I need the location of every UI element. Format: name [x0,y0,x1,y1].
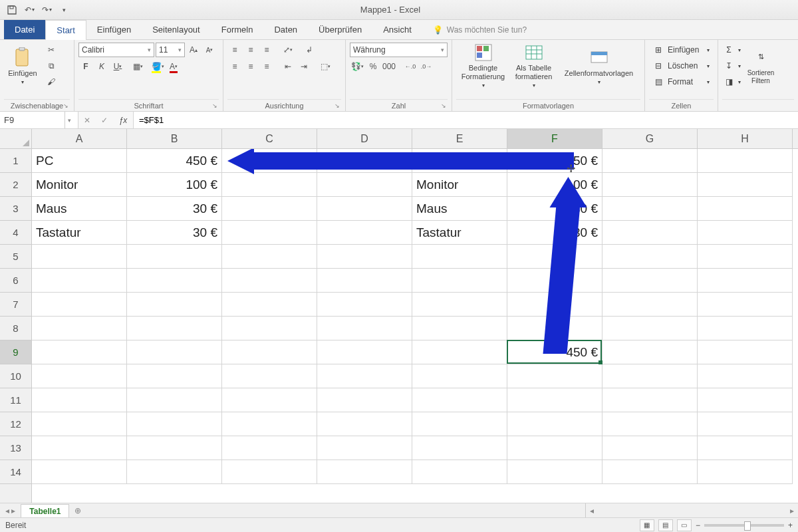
column-header[interactable]: C [222,129,317,148]
column-header[interactable]: G [602,129,698,148]
tab-ansicht[interactable]: Ansicht [372,20,422,39]
dialog-launcher-icon[interactable]: ↘ [212,102,217,109]
zoom-slider[interactable] [704,524,784,527]
fx-icon[interactable]: ƒx [113,116,133,125]
conditional-formatting-button[interactable]: Bedingte Formatierung▾ [458,43,509,89]
dialog-launcher-icon[interactable]: ↘ [334,102,340,109]
formula-input[interactable] [134,112,798,128]
name-box-dropdown-icon[interactable]: ▾ [65,112,74,128]
tab-daten[interactable]: Daten [263,20,308,39]
dialog-launcher-icon[interactable]: ↘ [63,102,68,109]
format-cells-button[interactable]: ▤Format▾ [649,74,714,89]
wrap-text-icon[interactable]: ↲ [302,43,317,57]
row-header[interactable]: 13 [0,436,31,460]
cell[interactable]: 30 € [127,221,222,245]
cancel-formula-icon[interactable]: ✕ [78,112,96,129]
decrease-indent-icon[interactable]: ⇤ [281,59,295,74]
undo-icon[interactable]: ↶▾ [21,2,37,18]
name-box[interactable]: F9 ▾ [0,112,78,128]
number-format-combo[interactable]: Währung▾ [350,43,448,57]
row-header[interactable]: 5 [0,245,31,269]
row-header[interactable]: 11 [0,388,31,412]
zoom-out-icon[interactable]: − [696,521,700,530]
cell[interactable]: Tastatur [32,221,127,245]
cell[interactable]: 30 € [507,221,602,245]
align-center-icon[interactable]: ≡ [243,59,258,74]
tell-me-search[interactable]: 💡 Was möchten Sie tun? [433,20,527,39]
italic-button[interactable]: K [94,59,109,74]
column-header[interactable]: F [507,129,602,148]
row-header[interactable]: 12 [0,412,31,436]
underline-button[interactable]: U▾ [110,59,125,74]
cell[interactable]: 30 € [127,197,222,221]
format-as-table-button[interactable]: Als Tabelle formatieren▾ [509,43,559,89]
tab-einfuegen[interactable]: Einfügen [86,20,142,39]
clear-button[interactable]: ◨▾ [722,74,742,89]
cell[interactable]: Monitor [412,173,507,197]
align-right-icon[interactable]: ≡ [259,59,274,74]
column-header[interactable]: A [32,129,127,148]
row-header[interactable]: 9 [0,340,31,364]
sheet-tab-1[interactable]: Tabelle1 [21,504,69,517]
column-header[interactable]: E [412,129,507,148]
cell[interactable]: 450 € [127,149,222,173]
row-header[interactable]: 14 [0,460,31,484]
align-left-icon[interactable]: ≡ [227,59,242,74]
decrease-font-icon[interactable]: A▾ [202,43,217,57]
font-color-icon[interactable]: A▾ [166,59,181,74]
cell-styles-button[interactable]: Zellenformatvorlagen▾ [559,43,639,89]
normal-view-icon[interactable]: ▦ [640,519,654,531]
dialog-launcher-icon[interactable]: ↘ [441,102,446,109]
tab-seitenlayout[interactable]: Seitenlayout [142,20,211,39]
row-header[interactable]: 4 [0,221,31,245]
zoom-in-icon[interactable]: + [788,521,793,530]
spreadsheet-grid[interactable]: ABCDEFGH 1234567891011121314 PC450 €450 … [0,129,798,503]
format-painter-icon[interactable]: 🖌 [44,74,59,89]
save-icon[interactable] [4,2,20,18]
cell[interactable]: 100 € [507,173,602,197]
horizontal-scrollbar[interactable]: ◂▸ [585,503,798,517]
font-name-combo[interactable]: Calibri▾ [78,43,154,57]
column-header[interactable]: H [698,129,793,148]
row-header[interactable]: 7 [0,293,31,317]
page-break-view-icon[interactable]: ▭ [677,519,692,531]
cell[interactable]: 100 € [127,173,222,197]
row-header[interactable]: 6 [0,269,31,293]
add-sheet-button[interactable]: ⊕ [69,503,86,517]
row-header[interactable]: 1 [0,149,31,173]
decrease-decimal-icon[interactable]: .0→ [419,59,434,74]
tab-ueberpruefen[interactable]: Überprüfen [308,20,372,39]
increase-decimal-icon[interactable]: ←.0 [403,59,418,74]
column-header[interactable]: D [317,129,412,148]
tab-nav[interactable]: ◂ ▸ [0,503,21,517]
cell[interactable]: 450 € [507,149,602,173]
select-all-corner[interactable] [0,129,32,149]
increase-indent-icon[interactable]: ⇥ [297,59,311,74]
copy-icon[interactable]: ⧉ [44,59,59,73]
merge-cells-icon[interactable]: ⬚▾ [318,59,332,74]
cells-area[interactable]: PC450 €450 €Monitor100 €Monitor100 €Maus… [32,149,798,503]
qat-customize-icon[interactable]: ▾ [56,2,72,18]
fill-button[interactable]: ↧▾ [722,59,742,73]
cell[interactable]: 30 € [507,197,602,221]
orientation-icon[interactable]: ⤢▾ [281,43,295,57]
tab-formeln[interactable]: Formeln [211,20,264,39]
cell[interactable]: Maus [32,197,127,221]
align-top-icon[interactable]: ≡ [227,43,242,57]
column-header[interactable]: B [127,129,222,148]
align-bottom-icon[interactable]: ≡ [259,43,274,57]
insert-cells-button[interactable]: ⊞Einfügen▾ [649,43,714,57]
row-header[interactable]: 10 [0,364,31,388]
paste-button[interactable]: Einfügen ▾ [4,43,41,89]
enter-formula-icon[interactable]: ✓ [96,112,113,129]
increase-font-icon[interactable]: A▴ [186,43,201,57]
cell[interactable]: Tastatur [412,221,507,245]
accounting-format-icon[interactable]: 💱▾ [350,59,364,74]
tab-start[interactable]: Start [45,20,86,40]
redo-icon[interactable]: ↷▾ [39,2,55,18]
comma-style-icon[interactable]: 000 [382,59,396,74]
row-header[interactable]: 8 [0,317,31,340]
borders-icon[interactable]: ▦▾ [130,59,145,74]
font-size-combo[interactable]: 11▾ [156,43,185,57]
cell[interactable]: PC [32,149,127,173]
